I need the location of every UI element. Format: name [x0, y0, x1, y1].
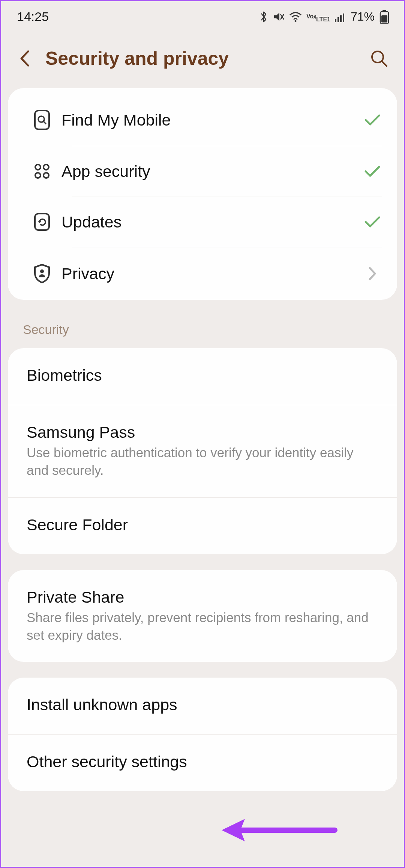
chevron-right-icon — [362, 266, 383, 281]
item-title: Biometrics — [27, 366, 378, 385]
svg-rect-3 — [335, 19, 336, 22]
check-icon — [362, 165, 383, 178]
svg-point-10 — [372, 51, 383, 63]
item-title: Private Share — [27, 588, 378, 606]
mute-icon — [273, 11, 285, 23]
item-label: Privacy — [62, 265, 362, 283]
item-private-share[interactable]: Private Share Share files privately, pre… — [8, 570, 397, 662]
signal-icon — [335, 12, 346, 22]
shield-user-icon — [33, 263, 51, 284]
card-share: Private Share Share files privately, pre… — [8, 570, 397, 662]
status-time: 14:25 — [17, 9, 49, 24]
apps-grid-icon — [33, 162, 51, 181]
item-title: Samsung Pass — [27, 423, 378, 441]
item-biometrics[interactable]: Biometrics — [8, 348, 397, 405]
item-title: Secure Folder — [27, 516, 378, 534]
item-title: Install unknown apps — [27, 696, 378, 714]
svg-rect-12 — [35, 111, 49, 129]
svg-rect-19 — [35, 214, 49, 230]
item-subtitle: Share files privately, prevent recipient… — [27, 609, 378, 644]
svg-point-2 — [295, 20, 297, 22]
wifi-icon — [289, 12, 302, 22]
item-title: Other security settings — [27, 753, 378, 771]
refresh-icon — [33, 212, 51, 232]
volte-icon: Vo))LTE1 — [306, 11, 330, 22]
svg-rect-6 — [343, 13, 344, 22]
item-other-security-settings[interactable]: Other security settings — [8, 735, 397, 791]
svg-point-20 — [40, 269, 44, 273]
back-button[interactable] — [15, 49, 34, 68]
item-label: App security — [62, 162, 362, 181]
svg-point-17 — [35, 173, 40, 178]
check-icon — [362, 215, 383, 229]
svg-rect-9 — [381, 15, 387, 22]
item-samsung-pass[interactable]: Samsung Pass Use biometric authenticatio… — [8, 405, 397, 498]
search-button[interactable] — [369, 48, 390, 69]
item-secure-folder[interactable]: Secure Folder — [8, 498, 397, 554]
status-bar: 14:25 Vo))LTE1 71% — [1, 1, 404, 31]
svg-line-11 — [382, 61, 387, 66]
item-install-unknown-apps[interactable]: Install unknown apps — [8, 678, 397, 735]
annotation-arrow — [219, 815, 339, 845]
item-label: Find My Mobile — [62, 111, 362, 129]
item-label: Updates — [62, 213, 362, 231]
card-security: Biometrics Samsung Pass Use biometric au… — [8, 348, 397, 554]
section-header-security: Security — [1, 316, 404, 348]
battery-percent: 71% — [351, 10, 375, 24]
card-other: Install unknown apps Other security sett… — [8, 678, 397, 791]
svg-rect-4 — [338, 17, 339, 22]
item-updates[interactable]: Updates — [8, 196, 397, 247]
item-find-my-mobile[interactable]: Find My Mobile — [8, 94, 397, 146]
page-title: Security and privacy — [45, 48, 357, 69]
svg-point-16 — [44, 165, 49, 170]
battery-icon — [379, 10, 390, 24]
check-icon — [362, 113, 383, 127]
svg-point-15 — [35, 165, 40, 170]
card-overview: Find My Mobile App security Updates — [8, 88, 397, 300]
status-indicators: Vo))LTE1 71% — [259, 10, 390, 24]
item-privacy[interactable]: Privacy — [8, 247, 397, 300]
search-device-icon — [33, 109, 51, 130]
svg-point-18 — [44, 173, 49, 178]
bluetooth-icon — [259, 10, 268, 23]
item-subtitle: Use biometric authentication to verify y… — [27, 444, 378, 479]
item-app-security[interactable]: App security — [8, 146, 397, 196]
page-header: Security and privacy — [1, 31, 404, 88]
svg-line-14 — [44, 121, 46, 124]
svg-rect-5 — [340, 15, 342, 22]
